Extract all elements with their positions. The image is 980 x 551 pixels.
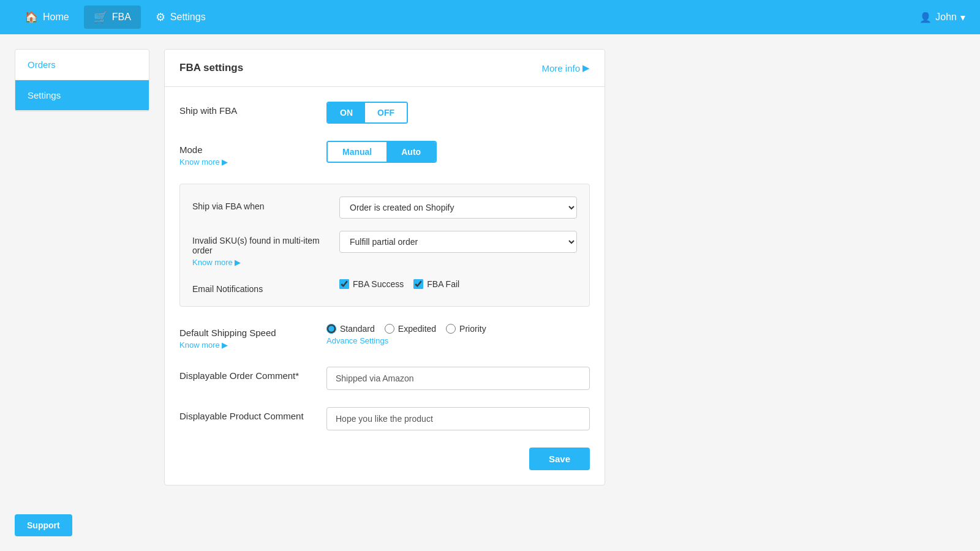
toggle-on-button[interactable]: ON <box>328 103 365 122</box>
settings-card: FBA settings More info ▶ Ship with FBA O… <box>164 49 605 485</box>
fba-success-label: FBA Success <box>353 279 404 289</box>
shipping-expedited-item[interactable]: Expedited <box>385 324 436 334</box>
gear-icon: ⚙ <box>156 10 165 24</box>
shipping-priority-label: Priority <box>459 324 486 334</box>
ship-with-fba-control: ON OFF <box>326 102 590 124</box>
mode-row: Mode Know more ▶ Manual Auto <box>179 141 590 167</box>
sidebar-item-settings[interactable]: Settings <box>15 80 149 111</box>
shipping-priority-radio[interactable] <box>446 324 456 334</box>
save-row: Save <box>179 448 590 470</box>
shipping-speed-radio-group: Standard Expedited Priority <box>326 324 590 334</box>
user-icon: 👤 <box>919 12 932 23</box>
card-title: FBA settings <box>179 62 243 74</box>
toggle-off-button[interactable]: OFF <box>365 103 407 122</box>
card-body: Ship with FBA ON OFF Mode Know more ▶ <box>165 87 605 485</box>
order-comment-control <box>326 367 590 390</box>
more-info-label: More info <box>541 63 580 73</box>
shipping-expedited-label: Expedited <box>398 324 436 334</box>
sidebar-orders-label: Orders <box>28 59 56 70</box>
fba-success-checkbox[interactable] <box>339 279 349 289</box>
home-icon: 🏠 <box>24 10 38 24</box>
fba-success-checkbox-item[interactable]: FBA Success <box>339 279 404 289</box>
mode-toggle-group: Manual Auto <box>326 141 437 163</box>
nav-settings-label: Settings <box>170 12 206 23</box>
shipping-speed-label-col: Default Shipping Speed Know more ▶ <box>179 324 326 350</box>
shipping-standard-label: Standard <box>340 324 375 334</box>
fba-fail-checkbox-item[interactable]: FBA Fail <box>413 279 459 289</box>
order-comment-row: Displayable Order Comment* <box>179 367 590 390</box>
nav-links: 🏠 Home 🛒 FBA ⚙ Settings <box>15 6 216 29</box>
more-info-link[interactable]: More info ▶ <box>541 62 590 73</box>
ship-via-row: Ship via FBA when Order is created on Sh… <box>192 197 577 219</box>
chevron-down-icon: ▾ <box>960 12 965 23</box>
shipping-speed-control: Standard Expedited Priority Advanc <box>326 324 590 345</box>
user-label: John <box>935 12 957 23</box>
product-comment-label: Displayable Product Comment <box>179 407 326 421</box>
invalid-sku-know-more[interactable]: Know more ▶ <box>192 258 339 267</box>
sidebar: Orders Settings <box>15 49 149 111</box>
invalid-sku-label-col: Invalid SKU(s) found in multi-item order… <box>192 231 339 267</box>
ship-with-fba-row: Ship with FBA ON OFF <box>179 102 590 124</box>
email-notifications-control: FBA Success FBA Fail <box>339 279 577 289</box>
nav-home[interactable]: 🏠 Home <box>15 6 79 29</box>
sub-card: Ship via FBA when Order is created on Sh… <box>179 184 590 307</box>
fba-fail-label: FBA Fail <box>427 279 459 289</box>
mode-control: Manual Auto <box>326 141 590 163</box>
advance-settings-link[interactable]: Advance Settings <box>326 336 590 345</box>
invalid-sku-select[interactable]: Fulfill partial order Cancel entire orde… <box>339 231 577 253</box>
ship-toggle-group: ON OFF <box>326 102 408 124</box>
support-button[interactable]: Support <box>15 514 72 536</box>
sidebar-item-orders[interactable]: Orders <box>15 50 149 80</box>
invalid-sku-control: Fulfill partial order Cancel entire orde… <box>339 231 577 253</box>
ship-via-select[interactable]: Order is created on Shopify Order is pai… <box>339 197 577 219</box>
nav-settings[interactable]: ⚙ Settings <box>146 6 216 29</box>
product-comment-row: Displayable Product Comment <box>179 407 590 430</box>
ship-via-control: Order is created on Shopify Order is pai… <box>339 197 577 219</box>
card-header: FBA settings More info ▶ <box>165 50 605 87</box>
shipping-standard-radio[interactable] <box>326 324 336 334</box>
product-comment-input[interactable] <box>326 407 590 430</box>
shipping-priority-item[interactable]: Priority <box>446 324 486 334</box>
mode-manual-button[interactable]: Manual <box>328 142 386 162</box>
chevron-right-icon: ▶ <box>582 62 590 73</box>
shipping-expedited-radio[interactable] <box>385 324 394 334</box>
cart-icon: 🛒 <box>94 10 107 24</box>
nav-fba[interactable]: 🛒 FBA <box>84 6 141 29</box>
user-menu[interactable]: 👤 John ▾ <box>919 12 965 23</box>
ship-via-label: Ship via FBA when <box>192 197 339 211</box>
email-notifications-label: Email Notifications <box>192 279 339 294</box>
shipping-speed-row: Default Shipping Speed Know more ▶ Stand… <box>179 324 590 350</box>
shipping-standard-item[interactable]: Standard <box>326 324 375 334</box>
ship-with-fba-label: Ship with FBA <box>179 102 326 116</box>
main-content: FBA settings More info ▶ Ship with FBA O… <box>149 34 980 551</box>
checkbox-group: FBA Success FBA Fail <box>339 279 577 289</box>
save-button[interactable]: Save <box>529 448 590 470</box>
fba-fail-checkbox[interactable] <box>413 279 423 289</box>
mode-auto-button[interactable]: Auto <box>386 142 435 162</box>
sidebar-settings-label: Settings <box>28 90 61 100</box>
order-comment-input[interactable] <box>326 367 590 390</box>
layout: Orders Settings FBA settings More info ▶… <box>0 34 980 551</box>
shipping-speed-label: Default Shipping Speed <box>179 328 276 338</box>
navbar: 🏠 Home 🛒 FBA ⚙ Settings 👤 John ▾ <box>0 0 980 34</box>
order-comment-label: Displayable Order Comment* <box>179 367 326 381</box>
mode-label: Mode <box>179 144 203 155</box>
email-notifications-row: Email Notifications FBA Success FBA Fail <box>192 279 577 294</box>
invalid-sku-row: Invalid SKU(s) found in multi-item order… <box>192 231 577 267</box>
invalid-sku-label: Invalid SKU(s) found in multi-item order <box>192 236 320 255</box>
product-comment-control <box>326 407 590 430</box>
mode-know-more-link[interactable]: Know more ▶ <box>179 157 326 167</box>
nav-fba-label: FBA <box>112 12 131 23</box>
mode-label-col: Mode Know more ▶ <box>179 141 326 167</box>
nav-home-label: Home <box>43 12 69 23</box>
shipping-speed-know-more[interactable]: Know more ▶ <box>179 340 326 350</box>
